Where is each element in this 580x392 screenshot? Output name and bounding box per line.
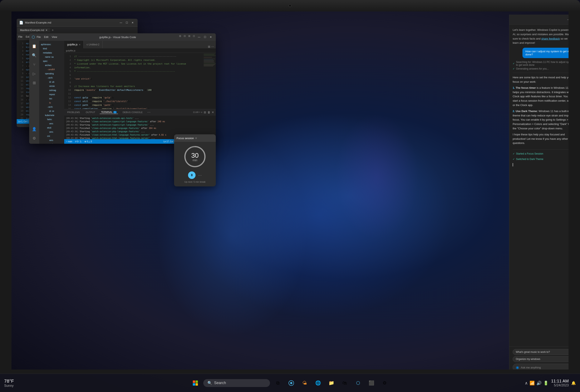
copilot-input-placeholder[interactable]: Ask me anything [521, 366, 574, 369]
notepad-tab-main[interactable]: Manifest-Example.md ✕ [17, 28, 50, 32]
activity-debug-icon[interactable]: ▷ [30, 70, 38, 78]
status-branch[interactable]: ⑂ main [66, 140, 72, 143]
editor-split-icon[interactable]: ⊞ [208, 45, 210, 48]
copilot-generating-text: Generating answers for you... [516, 67, 549, 70]
tray-volume-icon[interactable]: 🔊 [536, 381, 542, 386]
notepad-close-button[interactable]: ✕ [130, 20, 135, 25]
vscode-menu-view[interactable]: View [52, 36, 57, 39]
taskbar-settings-button[interactable]: ⚙ [379, 378, 390, 389]
copilot-suggestion-windows-icon: ⊞ [572, 358, 574, 361]
taskbar-widgets-button[interactable]: 🌤 [299, 378, 310, 389]
copilot-close-icon[interactable]: ✕ [574, 17, 577, 22]
edge-icon: 🌐 [315, 380, 321, 386]
vscode-layout-icon-1[interactable]: ⊞ [178, 35, 182, 40]
weather-temp: 78°F [4, 379, 14, 384]
copilot-cursor [513, 163, 513, 166]
terminal-trash-icon[interactable]: 🗑 [207, 111, 210, 114]
tray-battery-icon[interactable]: 🔋 [543, 381, 549, 386]
copilot-minimize-icon[interactable]: — [567, 17, 571, 22]
code-line-usestrict: 'use strict'; [74, 77, 202, 81]
taskbar-vscode-taskbar-button[interactable]: ⬡ [353, 378, 363, 389]
svg-rect-20 [196, 383, 198, 385]
taskbar-files-button[interactable]: 📁 [326, 378, 337, 389]
status-sync[interactable]: ↺ 0↑ 1↓ [75, 140, 82, 143]
copilot-panel: — ✕ Let's learn together. Windows Copilo… [509, 14, 580, 374]
activity-extensions-icon[interactable]: ⊞ [30, 79, 38, 87]
vscode-close-button[interactable]: ✕ [208, 35, 213, 40]
notepad-new-tab-button[interactable]: + [50, 27, 55, 33]
terminal-tab-debug[interactable]: DEBUG CONSOLE [121, 111, 144, 114]
activity-settings-icon[interactable]: ⚙ [30, 135, 38, 142]
focus-close-button[interactable]: ✕ [195, 137, 213, 140]
activity-accounts-icon[interactable]: 👤 [30, 125, 38, 133]
activity-search-icon[interactable]: 🔍 [30, 52, 38, 59]
copilot-feedback-link[interactable]: share feedback [541, 37, 560, 40]
svg-rect-10 [204, 64, 215, 65]
tray-network-icon[interactable]: 📶 [530, 381, 535, 386]
copilot-action-check-icon: ✓ [513, 152, 515, 155]
vscode-window: ⬡ File Edit View gulpfile.js - Visual St… [29, 33, 216, 144]
editor-main[interactable]: 1 2 3 4 5 6 7 8 9 10 11 12 13 14 15 16 1 [64, 53, 216, 109]
taskbar-copilot-button[interactable] [286, 378, 297, 389]
status-errors[interactable]: ⊗ 0 △ 0 [84, 140, 92, 143]
svg-rect-0 [204, 54, 215, 54]
tree-reposi: reposi [41, 93, 63, 97]
taskbar-search[interactable]: 🔍 Search [203, 379, 270, 387]
copilot-suggestion-music[interactable]: What's great music to work to? ♪ [513, 349, 577, 355]
taskbar-right: ∧ 📶 🔊 🔋 11:11 AM 5/24/2023 🔔 [525, 379, 576, 387]
vscode-menu-edit[interactable]: Edit [44, 36, 48, 39]
vscode-menu-file[interactable]: File [37, 36, 41, 39]
copilot-check-icon-1: ✓ [513, 62, 515, 65]
editor-more-icon[interactable]: ⋯ [211, 45, 214, 48]
taskbar-clock[interactable]: 11:11 AM 5/24/2023 [551, 379, 569, 387]
focus-play-icon: ⏸ [190, 173, 193, 177]
notepad-tab-close[interactable]: ✕ [45, 29, 47, 32]
terminal-tab-terminal[interactable]: TERMINAL 1 [100, 110, 118, 114]
tree-name: name: sa [41, 55, 63, 59]
taskbar-edge-button[interactable]: 🌐 [312, 378, 323, 389]
focus-controls: ⏸ ⋯ [188, 171, 202, 179]
taskbar-terminal-button[interactable]: ⬛ [366, 378, 377, 389]
taskbar-store-button[interactable]: 🛍 [339, 378, 350, 389]
notification-icon[interactable]: 🔔 [571, 381, 576, 385]
activity-files-icon[interactable]: 📋 [30, 42, 38, 50]
notepad-maximize-button[interactable]: ☐ [124, 20, 129, 25]
settings-taskbar-icon: ⚙ [383, 380, 387, 386]
tree-kubernetes: kubernete [41, 113, 63, 117]
terminal-tab-output[interactable]: OUTPUT [84, 111, 96, 114]
tree-etcd: etcd: [41, 126, 63, 130]
terminal-tab-problems[interactable]: PROBLEMS [66, 111, 81, 114]
vscode-layout-icon-2[interactable]: ⊟ [183, 35, 187, 40]
terminal-split-icon[interactable]: ⊞ [204, 111, 206, 114]
terminal-tab-more[interactable]: ⋯ [147, 110, 150, 114]
vscode-minimize-button[interactable]: — [197, 35, 202, 40]
taskbar-task-view-button[interactable]: ⧉ [273, 378, 283, 389]
vscode-layout-icon-3[interactable]: ⊠ [187, 35, 191, 40]
taskbar-start-button[interactable] [190, 378, 201, 389]
vscode-body: 📋 🔍 ⑂ ▷ ⊞ 👤 ⚙ apiVersion: kind: metadata… [29, 41, 216, 144]
tray-expand-icon[interactable]: ∧ [525, 381, 528, 386]
focus-more-button[interactable]: ⋯ [198, 173, 202, 178]
status-col[interactable]: Ln 17, Col 3 [163, 140, 175, 143]
editor-code-content[interactable]: // -------------------------------------… [73, 53, 203, 109]
copilot-header: — ✕ [509, 14, 580, 25]
tree-etcd-vers: vers [41, 130, 63, 134]
tree-cni: cni: [41, 134, 63, 138]
vscode-window-controls: ⊞ ⊟ ⊠ ⊡ — ☐ ✕ [178, 35, 213, 40]
svg-rect-2 [204, 55, 216, 56]
editor-tab-gulpfile-close[interactable]: ✕ [79, 44, 80, 46]
copilot-input-row[interactable]: ◉ Ask me anything [513, 364, 577, 371]
store-icon: 🛍 [342, 380, 347, 386]
editor-tab-gulpfile[interactable]: gulpfile.js ✕ [64, 41, 84, 48]
notepad-menu-file[interactable]: File [18, 35, 22, 38]
taskbar-weather[interactable]: 78°F Sunny [4, 379, 14, 388]
editor-tab-untitled[interactable]: ⎋ Untitled-2 [84, 41, 103, 48]
activity-git-icon[interactable]: ⑂ [30, 61, 38, 68]
notepad-minimize-button[interactable]: — [118, 20, 124, 25]
vscode-editor: gulpfile.js ✕ ⎋ Untitled-2 ⊞ ⋯ gulpfile.… [64, 41, 216, 144]
copilot-suggestion-windows[interactable]: Organize my windows ⊞ [513, 356, 577, 362]
terminal-close-icon[interactable]: ✕ [212, 111, 214, 114]
focus-play-button[interactable]: ⏸ [188, 171, 196, 179]
vscode-maximize-button[interactable]: ☐ [202, 35, 207, 40]
vscode-layout-icon-4[interactable]: ⊡ [192, 35, 196, 40]
